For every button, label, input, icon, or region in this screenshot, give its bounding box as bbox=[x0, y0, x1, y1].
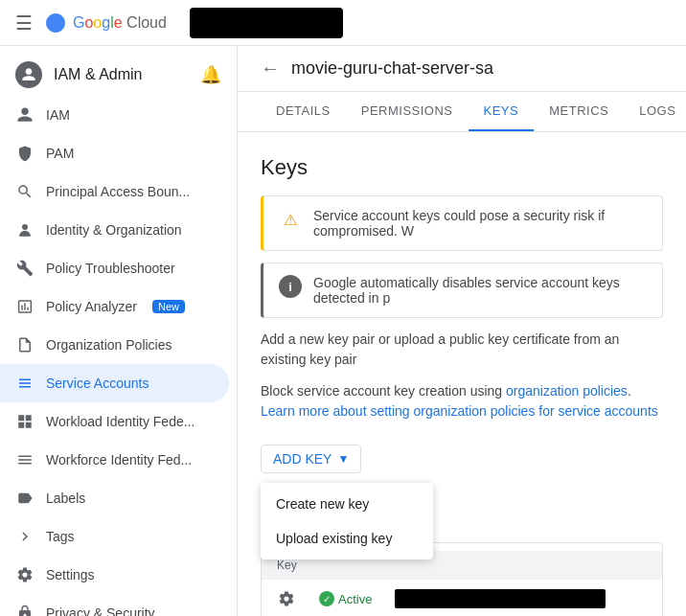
col-header-key: Key bbox=[277, 559, 647, 572]
main-content: ← movie-guru-chat-server-sa DETAILS PERM… bbox=[238, 46, 686, 616]
sidebar-item-label: Settings bbox=[46, 567, 95, 582]
google-cloud-logo: Google Cloud bbox=[44, 11, 167, 34]
sidebar-item-settings[interactable]: Settings bbox=[0, 556, 229, 594]
sidebar-item-labels[interactable]: Labels bbox=[0, 479, 229, 517]
svg-point-0 bbox=[22, 224, 28, 230]
desc-text: Add a new key pair or upload a public ke… bbox=[261, 330, 663, 370]
info-alert: i Google automatically disables service … bbox=[261, 262, 663, 318]
tab-details[interactable]: DETAILS bbox=[261, 92, 346, 131]
org-policies-link[interactable]: organization policies bbox=[506, 383, 628, 399]
workload-identity-icon bbox=[15, 412, 34, 431]
sidebar-item-label: Labels bbox=[46, 491, 85, 506]
keys-content: Keys ⚠ Service account keys could pose a… bbox=[238, 132, 686, 616]
cloud-icon bbox=[44, 11, 67, 34]
main-header: ← movie-guru-chat-server-sa bbox=[238, 46, 686, 92]
policy-analyzer-icon bbox=[15, 297, 34, 316]
warning-alert: ⚠ Service account keys could pose a secu… bbox=[261, 195, 663, 251]
privacy-security-icon bbox=[15, 604, 34, 616]
identity-org-icon bbox=[15, 220, 34, 240]
sidebar-item-org-policies[interactable]: Organization Policies bbox=[0, 326, 229, 364]
warning-text: Service account keys could pose a securi… bbox=[313, 208, 647, 239]
back-arrow-icon[interactable]: ← bbox=[261, 57, 280, 80]
notification-bell-icon[interactable]: 🔔 bbox=[200, 64, 221, 85]
upload-existing-key-item[interactable]: Upload existing key bbox=[261, 521, 433, 556]
service-accounts-icon bbox=[15, 374, 34, 393]
sidebar-item-label: Service Accounts bbox=[46, 376, 149, 391]
warning-triangle-icon: ⚠ bbox=[279, 208, 302, 231]
settings-icon bbox=[15, 565, 34, 584]
dropdown-arrow-icon: ▼ bbox=[337, 452, 349, 466]
project-selector[interactable] bbox=[190, 8, 343, 38]
block-text: Block service account key creation using… bbox=[261, 381, 663, 422]
tab-logs[interactable]: LOGS bbox=[624, 92, 686, 131]
sidebar-item-principal-access[interactable]: Principal Access Boun... bbox=[0, 172, 229, 211]
info-circle-icon: i bbox=[279, 275, 302, 298]
new-badge: New bbox=[152, 300, 185, 313]
tab-keys[interactable]: KEYS bbox=[469, 92, 535, 131]
active-check-icon: ✓ bbox=[319, 591, 334, 606]
sidebar: IAM & Admin 🔔 IAM PAM Principal Access B… bbox=[0, 46, 238, 616]
sidebar-title: IAM & Admin bbox=[54, 66, 189, 83]
sidebar-item-policy-troubleshooter[interactable]: Policy Troubleshooter bbox=[0, 249, 229, 287]
tags-icon bbox=[15, 527, 34, 546]
sidebar-item-iam[interactable]: IAM bbox=[0, 96, 229, 134]
tab-permissions[interactable]: PERMISSIONS bbox=[346, 92, 469, 131]
keys-title: Keys bbox=[261, 155, 663, 180]
add-key-label: ADD KEY bbox=[273, 451, 332, 467]
sidebar-header-icon bbox=[15, 61, 42, 88]
table-row[interactable]: ✓ Active bbox=[262, 580, 662, 616]
sidebar-item-label: Workforce Identity Fed... bbox=[46, 452, 192, 468]
sidebar-item-policy-analyzer[interactable]: Policy Analyzer New bbox=[0, 287, 229, 326]
status-text: Active bbox=[338, 592, 372, 606]
sidebar-item-label: PAM bbox=[46, 146, 74, 161]
gear-icon-row bbox=[277, 589, 296, 608]
learn-more-link[interactable]: Learn more about setting organization po… bbox=[261, 403, 658, 419]
workforce-identity-icon bbox=[15, 450, 34, 469]
sidebar-item-label: Privacy & Security bbox=[46, 605, 155, 616]
service-account-title: movie-guru-chat-server-sa bbox=[291, 58, 493, 79]
sidebar-item-tags[interactable]: Tags bbox=[0, 517, 229, 556]
sidebar-item-label: Principal Access Boun... bbox=[46, 184, 190, 199]
sidebar-item-label: Policy Troubleshooter bbox=[46, 261, 175, 276]
info-text: Google automatically disables service ac… bbox=[313, 275, 647, 306]
sidebar-item-pam[interactable]: PAM bbox=[0, 134, 229, 172]
key-value-redacted bbox=[395, 589, 606, 608]
sidebar-item-identity-org[interactable]: Identity & Organization bbox=[0, 211, 229, 249]
sidebar-item-workload-identity[interactable]: Workload Identity Fede... bbox=[0, 402, 229, 441]
logo-text: Google Cloud bbox=[73, 14, 167, 32]
tabs-bar: DETAILS PERMISSIONS KEYS METRICS LOGS bbox=[238, 92, 686, 132]
add-key-button-container: ADD KEY ▼ Create new key Upload existing… bbox=[261, 445, 361, 473]
pam-icon bbox=[15, 144, 34, 163]
topbar: ☰ Google Cloud bbox=[0, 0, 686, 46]
principal-access-icon bbox=[15, 182, 34, 201]
create-new-key-item[interactable]: Create new key bbox=[261, 487, 433, 521]
policy-troubleshooter-icon bbox=[15, 259, 34, 278]
tab-metrics[interactable]: METRICS bbox=[534, 92, 624, 131]
status-badge: ✓ Active bbox=[319, 591, 372, 606]
hamburger-icon[interactable]: ☰ bbox=[15, 11, 33, 34]
sidebar-item-service-accounts[interactable]: Service Accounts bbox=[0, 364, 229, 402]
sidebar-item-label: IAM bbox=[46, 107, 70, 123]
add-key-button[interactable]: ADD KEY ▼ bbox=[261, 445, 361, 473]
sidebar-item-label: Workload Identity Fede... bbox=[46, 414, 194, 429]
sidebar-item-workforce-identity[interactable]: Workforce Identity Fed... bbox=[0, 441, 229, 479]
sidebar-item-label: Identity & Organization bbox=[46, 222, 182, 238]
org-policies-icon bbox=[15, 335, 34, 354]
sidebar-item-label: Organization Policies bbox=[46, 337, 172, 353]
iam-icon bbox=[15, 105, 34, 125]
sidebar-item-label: Policy Analyzer bbox=[46, 299, 137, 314]
sidebar-item-label: Tags bbox=[46, 529, 75, 544]
sidebar-item-privacy-security[interactable]: Privacy & Security bbox=[0, 594, 229, 616]
add-key-dropdown: Create new key Upload existing key bbox=[261, 483, 433, 559]
labels-icon bbox=[15, 489, 34, 508]
